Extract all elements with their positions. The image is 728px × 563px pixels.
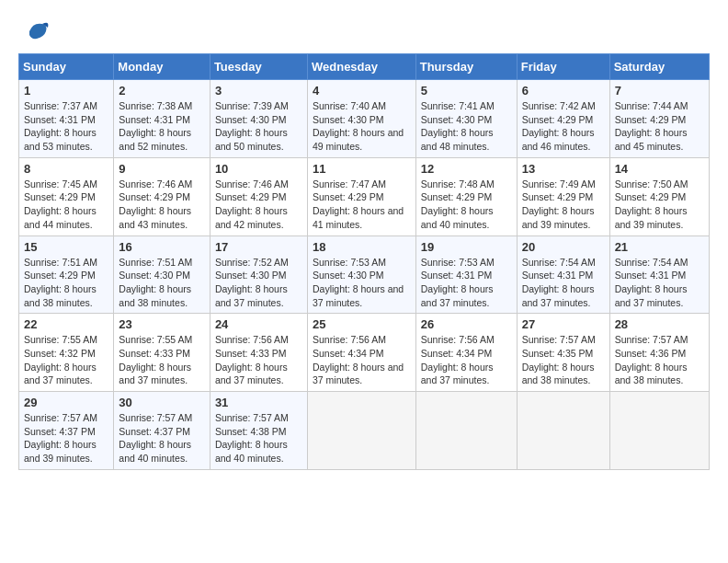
day-number: 13 xyxy=(522,162,605,176)
day-number: 21 xyxy=(615,240,704,254)
header xyxy=(18,18,710,44)
calendar-day-27: 27 Sunrise: 7:57 AMSunset: 4:35 PMDaylig… xyxy=(517,314,609,392)
logo-bird-icon xyxy=(22,18,50,44)
calendar-day-6: 6 Sunrise: 7:42 AMSunset: 4:29 PMDayligh… xyxy=(517,80,609,158)
calendar-day-22: 22 Sunrise: 7:55 AMSunset: 4:32 PMDaylig… xyxy=(19,314,114,392)
day-info: Sunrise: 7:46 AMSunset: 4:29 PMDaylight:… xyxy=(215,178,289,230)
calendar-day-14: 14 Sunrise: 7:50 AMSunset: 4:29 PMDaylig… xyxy=(609,157,709,236)
day-info: Sunrise: 7:56 AMSunset: 4:34 PMDaylight:… xyxy=(421,334,495,385)
day-info: Sunrise: 7:54 AMSunset: 4:31 PMDaylight:… xyxy=(522,257,596,308)
day-number: 22 xyxy=(24,317,108,331)
empty-cell xyxy=(415,392,517,470)
day-info: Sunrise: 7:39 AMSunset: 4:30 PMDaylight:… xyxy=(215,100,289,152)
day-info: Sunrise: 7:50 AMSunset: 4:29 PMDaylight:… xyxy=(615,178,688,230)
day-info: Sunrise: 7:51 AMSunset: 4:29 PMDaylight:… xyxy=(24,257,97,308)
day-number: 20 xyxy=(522,240,605,254)
day-number: 19 xyxy=(421,240,512,254)
day-info: Sunrise: 7:57 AMSunset: 4:35 PMDaylight:… xyxy=(522,334,596,385)
calendar-day-5: 5 Sunrise: 7:41 AMSunset: 4:30 PMDayligh… xyxy=(415,80,517,158)
day-number: 17 xyxy=(215,240,302,254)
calendar-day-2: 2 Sunrise: 7:38 AMSunset: 4:31 PMDayligh… xyxy=(114,80,210,158)
calendar-day-23: 23 Sunrise: 7:55 AMSunset: 4:33 PMDaylig… xyxy=(114,314,210,392)
day-info: Sunrise: 7:57 AMSunset: 4:38 PMDaylight:… xyxy=(215,412,289,464)
day-info: Sunrise: 7:53 AMSunset: 4:31 PMDaylight:… xyxy=(421,257,495,308)
calendar-week-1: 1 Sunrise: 7:37 AMSunset: 4:31 PMDayligh… xyxy=(19,80,710,158)
day-info: Sunrise: 7:57 AMSunset: 4:37 PMDaylight:… xyxy=(119,412,192,464)
calendar-day-8: 8 Sunrise: 7:45 AMSunset: 4:29 PMDayligh… xyxy=(19,157,114,236)
logo xyxy=(18,18,50,44)
calendar-day-26: 26 Sunrise: 7:56 AMSunset: 4:34 PMDaylig… xyxy=(415,314,517,392)
day-info: Sunrise: 7:55 AMSunset: 4:32 PMDaylight:… xyxy=(24,334,97,385)
day-info: Sunrise: 7:40 AMSunset: 4:30 PMDaylight:… xyxy=(313,100,404,152)
day-number: 28 xyxy=(615,317,704,331)
day-number: 29 xyxy=(24,396,108,409)
day-header-saturday: Saturday xyxy=(609,54,709,80)
day-number: 25 xyxy=(313,317,411,331)
day-info: Sunrise: 7:54 AMSunset: 4:31 PMDaylight:… xyxy=(615,257,688,308)
day-info: Sunrise: 7:44 AMSunset: 4:29 PMDaylight:… xyxy=(615,100,688,152)
day-info: Sunrise: 7:45 AMSunset: 4:29 PMDaylight:… xyxy=(24,178,97,230)
calendar-table: SundayMondayTuesdayWednesdayThursdayFrid… xyxy=(18,53,710,470)
calendar-week-4: 22 Sunrise: 7:55 AMSunset: 4:32 PMDaylig… xyxy=(19,314,710,392)
day-info: Sunrise: 7:57 AMSunset: 4:36 PMDaylight:… xyxy=(615,334,688,385)
day-number: 2 xyxy=(119,84,205,98)
day-info: Sunrise: 7:56 AMSunset: 4:34 PMDaylight:… xyxy=(313,334,404,385)
day-info: Sunrise: 7:56 AMSunset: 4:33 PMDaylight:… xyxy=(215,334,289,385)
calendar-day-24: 24 Sunrise: 7:56 AMSunset: 4:33 PMDaylig… xyxy=(210,314,307,392)
day-header-monday: Monday xyxy=(114,54,210,80)
day-number: 11 xyxy=(313,162,411,176)
calendar-day-21: 21 Sunrise: 7:54 AMSunset: 4:31 PMDaylig… xyxy=(609,236,709,314)
day-info: Sunrise: 7:42 AMSunset: 4:29 PMDaylight:… xyxy=(522,100,596,152)
day-number: 15 xyxy=(24,240,108,254)
day-number: 1 xyxy=(24,84,108,98)
day-info: Sunrise: 7:46 AMSunset: 4:29 PMDaylight:… xyxy=(119,178,192,230)
day-header-wednesday: Wednesday xyxy=(307,54,415,80)
day-info: Sunrise: 7:38 AMSunset: 4:31 PMDaylight:… xyxy=(119,100,192,152)
calendar-day-3: 3 Sunrise: 7:39 AMSunset: 4:30 PMDayligh… xyxy=(210,80,307,158)
day-number: 3 xyxy=(215,84,302,98)
day-number: 5 xyxy=(421,84,512,98)
calendar-day-11: 11 Sunrise: 7:47 AMSunset: 4:29 PMDaylig… xyxy=(307,157,415,236)
calendar-day-12: 12 Sunrise: 7:48 AMSunset: 4:29 PMDaylig… xyxy=(415,157,517,236)
day-header-sunday: Sunday xyxy=(19,54,114,80)
calendar-week-5: 29 Sunrise: 7:57 AMSunset: 4:37 PMDaylig… xyxy=(19,392,710,470)
day-number: 31 xyxy=(215,396,302,409)
calendar-day-10: 10 Sunrise: 7:46 AMSunset: 4:29 PMDaylig… xyxy=(210,157,307,236)
day-info: Sunrise: 7:57 AMSunset: 4:37 PMDaylight:… xyxy=(24,412,97,464)
day-number: 10 xyxy=(215,162,302,176)
day-header-thursday: Thursday xyxy=(415,54,517,80)
day-number: 9 xyxy=(119,162,205,176)
day-info: Sunrise: 7:53 AMSunset: 4:30 PMDaylight:… xyxy=(313,257,404,308)
calendar-day-19: 19 Sunrise: 7:53 AMSunset: 4:31 PMDaylig… xyxy=(415,236,517,314)
day-info: Sunrise: 7:55 AMSunset: 4:33 PMDaylight:… xyxy=(119,334,192,385)
calendar-day-4: 4 Sunrise: 7:40 AMSunset: 4:30 PMDayligh… xyxy=(307,80,415,158)
day-number: 23 xyxy=(119,317,205,331)
day-info: Sunrise: 7:49 AMSunset: 4:29 PMDaylight:… xyxy=(522,178,596,230)
calendar-week-2: 8 Sunrise: 7:45 AMSunset: 4:29 PMDayligh… xyxy=(19,157,710,236)
day-info: Sunrise: 7:37 AMSunset: 4:31 PMDaylight:… xyxy=(24,100,97,152)
day-number: 4 xyxy=(313,84,411,98)
day-number: 6 xyxy=(522,84,605,98)
calendar-day-13: 13 Sunrise: 7:49 AMSunset: 4:29 PMDaylig… xyxy=(517,157,609,236)
calendar-day-17: 17 Sunrise: 7:52 AMSunset: 4:30 PMDaylig… xyxy=(210,236,307,314)
calendar-day-31: 31 Sunrise: 7:57 AMSunset: 4:38 PMDaylig… xyxy=(210,392,307,470)
calendar-day-15: 15 Sunrise: 7:51 AMSunset: 4:29 PMDaylig… xyxy=(19,236,114,314)
calendar-day-28: 28 Sunrise: 7:57 AMSunset: 4:36 PMDaylig… xyxy=(609,314,709,392)
calendar-day-1: 1 Sunrise: 7:37 AMSunset: 4:31 PMDayligh… xyxy=(19,80,114,158)
day-info: Sunrise: 7:41 AMSunset: 4:30 PMDaylight:… xyxy=(421,100,495,152)
day-header-friday: Friday xyxy=(517,54,609,80)
day-number: 27 xyxy=(522,317,605,331)
day-number: 8 xyxy=(24,162,108,176)
day-number: 26 xyxy=(421,317,512,331)
day-number: 30 xyxy=(119,396,205,409)
day-number: 24 xyxy=(215,317,302,331)
empty-cell xyxy=(307,392,415,470)
day-number: 12 xyxy=(421,162,512,176)
calendar-day-25: 25 Sunrise: 7:56 AMSunset: 4:34 PMDaylig… xyxy=(307,314,415,392)
empty-cell xyxy=(517,392,609,470)
day-info: Sunrise: 7:48 AMSunset: 4:29 PMDaylight:… xyxy=(421,178,495,230)
day-number: 16 xyxy=(119,240,205,254)
day-number: 18 xyxy=(313,240,411,254)
calendar-day-7: 7 Sunrise: 7:44 AMSunset: 4:29 PMDayligh… xyxy=(609,80,709,158)
calendar-day-29: 29 Sunrise: 7:57 AMSunset: 4:37 PMDaylig… xyxy=(19,392,114,470)
